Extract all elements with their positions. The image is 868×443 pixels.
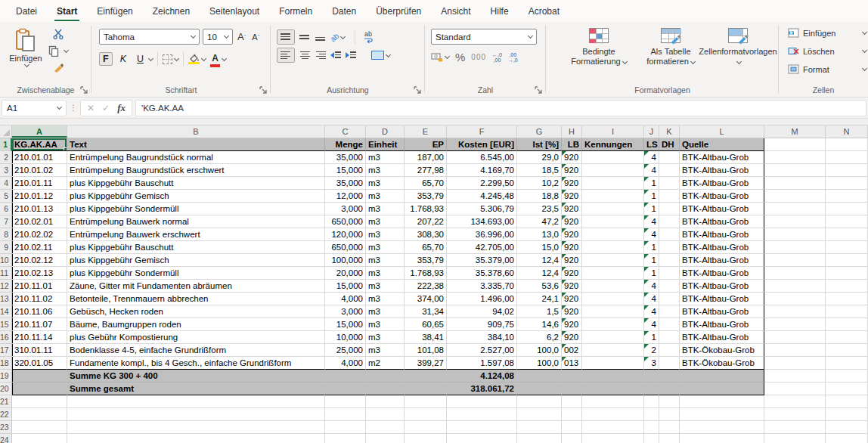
cell-g[interactable]: 13,0 xyxy=(517,228,562,241)
cell-d[interactable]: m3 xyxy=(366,267,405,280)
cell-l[interactable]: BTK-Altbau-Grob xyxy=(680,215,764,228)
cell-j[interactable]: 1 xyxy=(644,203,659,215)
cell-k[interactable] xyxy=(659,305,680,318)
cell-n[interactable] xyxy=(826,280,868,293)
ribbon-tab-datei[interactable]: Datei xyxy=(6,0,47,22)
cell-c[interactable]: 4,000 xyxy=(325,357,366,370)
cell-d[interactable] xyxy=(366,408,405,421)
cell-d[interactable]: m3 xyxy=(366,293,405,305)
cell-c[interactable]: 20,000 xyxy=(325,267,366,280)
ribbon-tab-ansicht[interactable]: Ansicht xyxy=(431,0,480,22)
cell-j[interactable]: 4 xyxy=(644,228,659,241)
cell-n[interactable] xyxy=(826,421,868,434)
cell-a[interactable] xyxy=(12,434,67,443)
row-header-24[interactable]: 24 xyxy=(0,434,12,443)
column-header-i[interactable]: I xyxy=(582,125,644,138)
cell-h[interactable]: 013 xyxy=(562,357,582,370)
cell-k[interactable] xyxy=(659,254,680,267)
cell-b[interactable]: plus Gebühr Kompostierung xyxy=(67,331,325,344)
cell-f[interactable]: 4.245,48 xyxy=(447,190,517,203)
cell-b[interactable]: Fundamente kompl., bis 4 Gesch., einfach… xyxy=(67,357,325,370)
cell-n[interactable] xyxy=(826,215,868,228)
font-color-button[interactable]: A xyxy=(210,51,226,67)
cell-g[interactable]: 53,6 xyxy=(517,280,562,293)
row-header-3[interactable]: 3 xyxy=(0,164,12,177)
cell-a[interactable]: 210.01.11 xyxy=(12,177,67,190)
cell-f[interactable]: 1.496,00 xyxy=(447,293,517,305)
cell-a[interactable]: 210.11.01 xyxy=(12,280,67,293)
cell-g[interactable]: 18,8 xyxy=(517,190,562,203)
cell-b[interactable]: Gebüsch, Hecken roden xyxy=(67,305,325,318)
cell-k[interactable] xyxy=(659,434,680,443)
cell-b[interactable]: plus Kippgebühr Bauschutt xyxy=(67,241,325,254)
cell-k[interactable] xyxy=(659,318,680,331)
cell-j[interactable]: 4 xyxy=(644,164,659,177)
cell-f[interactable]: 909,75 xyxy=(447,318,517,331)
cell-a[interactable]: 210.01.13 xyxy=(12,203,67,215)
cell-j[interactable] xyxy=(644,421,659,434)
cell-a[interactable]: 210.11.07 xyxy=(12,318,67,331)
cell-a[interactable]: 210.02.13 xyxy=(12,267,67,280)
cell-k[interactable] xyxy=(659,267,680,280)
cell-i[interactable] xyxy=(582,215,644,228)
column-header-k[interactable]: K xyxy=(659,125,680,138)
cell-i[interactable] xyxy=(582,370,644,383)
row-header-21[interactable]: 21 xyxy=(0,395,12,408)
cell-i[interactable]: Kennungen xyxy=(582,138,644,151)
cell-g[interactable] xyxy=(517,383,562,395)
cell-d[interactable]: m3 xyxy=(366,190,405,203)
decrease-decimal-button[interactable]: ,00 →,0 xyxy=(508,52,518,63)
cell-j[interactable]: 1 xyxy=(644,190,659,203)
cell-e[interactable]: 222,38 xyxy=(405,280,447,293)
cell-b[interactable]: plus Kippgebühr Sondermüll xyxy=(67,267,325,280)
align-top-button[interactable] xyxy=(277,29,295,45)
cell-f[interactable]: 6.545,00 xyxy=(447,151,517,164)
cell-c[interactable]: Menge xyxy=(325,138,366,151)
row-header-22[interactable]: 22 xyxy=(0,408,12,421)
cell-h[interactable]: 920 xyxy=(562,241,582,254)
cell-b[interactable]: Betonteile, Trennmauern abbrechen xyxy=(67,293,325,305)
column-header-l[interactable]: L xyxy=(680,125,764,138)
cell-i[interactable] xyxy=(582,395,644,408)
cell-d[interactable]: m3 xyxy=(366,151,405,164)
cell-m[interactable] xyxy=(764,370,826,383)
cell-h[interactable]: 920 xyxy=(562,190,582,203)
cell-k[interactable] xyxy=(659,280,680,293)
cell-b[interactable]: Entrümpelung Bauwerk erschwert xyxy=(67,228,325,241)
cell-i[interactable] xyxy=(582,408,644,421)
cell-a[interactable]: 210.02.01 xyxy=(12,215,67,228)
cell-d[interactable] xyxy=(366,383,405,395)
cell-g[interactable]: 1,5 xyxy=(517,305,562,318)
cell-c[interactable]: 35,000 xyxy=(325,177,366,190)
row-header-9[interactable]: 9 xyxy=(0,241,12,254)
cell-i[interactable] xyxy=(582,357,644,370)
cell-a1-selected[interactable]: KG.AK.AA xyxy=(12,138,67,151)
cell-h[interactable]: 920 xyxy=(562,228,582,241)
ribbon-tab-acrobat[interactable]: Acrobat xyxy=(519,0,569,22)
cell-a[interactable]: 320.01.05 xyxy=(12,357,67,370)
cell-e[interactable]: 31,34 xyxy=(405,305,447,318)
cell-i[interactable] xyxy=(582,190,644,203)
cell-e[interactable]: 60,65 xyxy=(405,318,447,331)
cell-c[interactable]: 35,000 xyxy=(325,151,366,164)
cell-h[interactable]: 920 xyxy=(562,280,582,293)
cell-n[interactable] xyxy=(826,293,868,305)
font-size-combo[interactable]: 10 xyxy=(203,29,233,45)
cell-j[interactable]: 1 xyxy=(644,241,659,254)
ribbon-tab-einfügen[interactable]: Einfügen xyxy=(87,0,142,22)
cell-a[interactable]: 210.02.11 xyxy=(12,241,67,254)
cancel-icon[interactable]: ✕ xyxy=(87,103,95,113)
cell-n[interactable] xyxy=(826,254,868,267)
bold-button[interactable]: F xyxy=(99,52,113,66)
cell-m[interactable] xyxy=(764,408,826,421)
column-header-f[interactable]: F xyxy=(447,125,517,138)
cell-e[interactable]: 353,79 xyxy=(405,254,447,267)
cell-l[interactable]: BTK-Altbau-Grob xyxy=(680,190,764,203)
cell-c[interactable]: 25,000 xyxy=(325,344,366,357)
column-header-n[interactable]: N xyxy=(826,125,868,138)
cell-sum-value[interactable]: 318.061,72 xyxy=(447,383,517,395)
cell-h[interactable]: 920 xyxy=(562,203,582,215)
cell-f[interactable]: 94,02 xyxy=(447,305,517,318)
row-header-13[interactable]: 13 xyxy=(0,293,12,305)
cell-i[interactable] xyxy=(582,421,644,434)
